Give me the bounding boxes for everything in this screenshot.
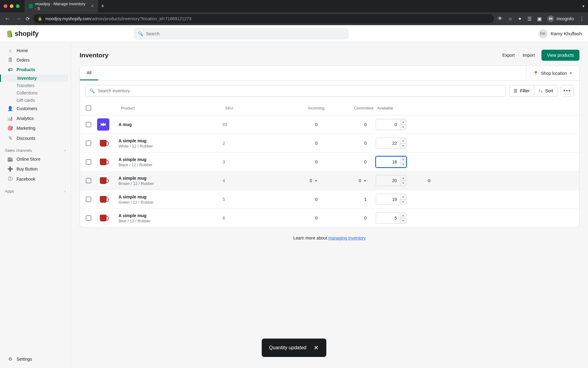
quantity-increment-button[interactable]: ▲ bbox=[400, 175, 406, 181]
more-actions-button[interactable]: ••• bbox=[561, 85, 574, 97]
window-zoom-icon[interactable] bbox=[16, 4, 20, 8]
search-inventory-input[interactable]: 🔍 Search inventory bbox=[85, 85, 506, 97]
sidebar-item-buy-button[interactable]: ➕ Buy Button bbox=[2, 164, 68, 174]
product-thumbnail bbox=[97, 174, 109, 187]
col-committed: Committed bbox=[327, 105, 376, 112]
incoming-cell: 0 bbox=[278, 159, 327, 164]
product-cell[interactable]: A simple mug Brown / 12 / Rubber bbox=[119, 176, 223, 186]
row-checkbox[interactable] bbox=[86, 215, 91, 221]
sort-button[interactable]: ↑↓ Sort bbox=[534, 85, 558, 97]
sidebar-item-online-store[interactable]: 🏬 Online Store bbox=[2, 155, 68, 164]
incoming-cell[interactable]: 0▼ bbox=[278, 178, 327, 183]
sidebar-item-home[interactable]: ⌂ Home bbox=[2, 46, 68, 55]
sidebar-item-marketing[interactable]: 🎯 Marketing bbox=[2, 124, 68, 133]
eye-off-icon[interactable]: 👁 bbox=[498, 16, 503, 21]
row-checkbox[interactable] bbox=[86, 197, 91, 202]
product-cell[interactable]: A simple mug White / 12 / Rubber bbox=[119, 138, 223, 148]
sidebar-item-gift-cards[interactable]: Gift cards bbox=[2, 97, 68, 104]
sort-icon: ↑↓ bbox=[538, 88, 543, 93]
back-button[interactable]: ← bbox=[4, 16, 11, 22]
quantity-increment-button[interactable]: ▲ bbox=[400, 194, 406, 200]
shopify-logo[interactable]: shopify bbox=[6, 30, 39, 38]
available-quantity-input[interactable]: 5 ▲ ▼ bbox=[376, 213, 406, 224]
reload-button[interactable]: ⟳ bbox=[26, 16, 30, 22]
product-cell[interactable]: A simple mug Green / 12 / Rubber bbox=[119, 194, 223, 205]
select-all-checkbox[interactable] bbox=[86, 105, 91, 111]
product-cell[interactable]: A simple mug Black / 12 / Rubber bbox=[119, 157, 223, 167]
row-checkbox[interactable] bbox=[86, 178, 91, 183]
filter-button[interactable]: ☰ Filter bbox=[509, 85, 534, 97]
quantity-decrement-button[interactable]: ▼ bbox=[400, 181, 406, 186]
settings-link[interactable]: ⚙ Settings bbox=[2, 355, 68, 364]
kebab-menu-icon[interactable]: ⋮ bbox=[579, 16, 584, 22]
brand-name: shopify bbox=[15, 30, 39, 38]
quantity-decrement-button[interactable]: ▼ bbox=[400, 200, 406, 205]
managing-inventory-link[interactable]: managing inventory bbox=[328, 236, 366, 240]
product-thumbnail bbox=[97, 156, 109, 168]
committed-cell[interactable]: 0▼ bbox=[327, 178, 376, 183]
sidebar-item-analytics[interactable]: 📊 Analytics bbox=[2, 114, 68, 123]
incoming-cell: 0 bbox=[278, 197, 327, 202]
quantity-decrement-button[interactable]: ▼ bbox=[400, 144, 406, 149]
view-products-button[interactable]: View products bbox=[541, 50, 579, 61]
toast-close-icon[interactable]: ✕ bbox=[314, 344, 319, 351]
quantity-decrement-button[interactable]: ▼ bbox=[400, 162, 406, 167]
row-checkbox[interactable] bbox=[86, 159, 91, 165]
apps-heading[interactable]: Apps › bbox=[0, 184, 71, 195]
window-minimize-icon[interactable] bbox=[10, 4, 13, 8]
incognito-badge[interactable]: 🕶 Incognito bbox=[547, 15, 574, 22]
row-checkbox[interactable] bbox=[86, 122, 91, 127]
browser-tab[interactable]: moodjoy · Manage Inventory · S × bbox=[24, 0, 98, 13]
quantity-increment-button[interactable]: ▲ bbox=[400, 157, 406, 162]
user-menu[interactable]: RK Ramy Khuffash bbox=[538, 29, 582, 38]
export-button[interactable]: Export bbox=[501, 50, 516, 60]
product-cell[interactable]: A simple mug Blue / 12 / Rubber bbox=[119, 213, 223, 223]
table-row: A mug 01 0 0 0 ▲ ▼ bbox=[80, 115, 579, 134]
tab-all[interactable]: All bbox=[80, 66, 98, 80]
bookmark-star-icon[interactable]: ☆ bbox=[508, 16, 512, 22]
import-button[interactable]: Import bbox=[522, 50, 536, 60]
available-quantity-input[interactable]: 19 ▲ ▼ bbox=[376, 194, 406, 205]
quantity-increment-button[interactable]: ▲ bbox=[400, 213, 406, 218]
committed-cell: 0 bbox=[327, 159, 376, 164]
product-thumbnail bbox=[97, 212, 109, 224]
new-tab-button[interactable]: + bbox=[101, 3, 104, 10]
reading-list-icon[interactable]: ☰ bbox=[527, 16, 532, 22]
row-checkbox[interactable] bbox=[86, 140, 91, 146]
extensions-icon[interactable]: ✦ bbox=[518, 16, 522, 22]
sidebar-item-inventory[interactable]: Inventory bbox=[0, 75, 68, 82]
location-selector[interactable]: 📍 Shop location ▼ bbox=[526, 67, 579, 80]
sidebar-item-discounts[interactable]: ％ Discounts bbox=[2, 133, 68, 143]
home-icon: ⌂ bbox=[7, 48, 13, 53]
incoming-cell: 0 bbox=[278, 216, 327, 220]
available-quantity-input[interactable]: 22 ▲ ▼ bbox=[376, 138, 406, 149]
tab-close-icon[interactable]: × bbox=[91, 3, 94, 9]
available-quantity-input[interactable]: 0 ▲ ▼ bbox=[376, 119, 406, 130]
quantity-increment-button[interactable]: ▲ bbox=[400, 138, 406, 144]
buy button-icon: ➕ bbox=[7, 166, 13, 172]
side-panel-icon[interactable]: ▣ bbox=[537, 16, 542, 22]
available-quantity-input[interactable]: 20 ▲ ▼ bbox=[376, 175, 406, 186]
sku-cell: 01 bbox=[223, 122, 278, 127]
window-close-icon[interactable] bbox=[4, 4, 7, 8]
adjust-icon[interactable]: ⚙ bbox=[427, 178, 431, 183]
sales-channels-heading[interactable]: Sales channels › bbox=[0, 144, 71, 155]
global-search-input[interactable]: 🔍 Search bbox=[134, 28, 348, 39]
product-cell[interactable]: A mug bbox=[119, 122, 223, 127]
available-quantity-input[interactable]: 18 ▲ ▼ bbox=[376, 156, 406, 167]
quantity-increment-button[interactable]: ▲ bbox=[400, 119, 406, 125]
sidebar-item-facebook[interactable]: ⓕ Facebook bbox=[2, 174, 68, 184]
sku-cell: 5 bbox=[223, 197, 278, 202]
sidebar-item-customers[interactable]: 👤 Customers bbox=[2, 104, 68, 113]
quantity-decrement-button[interactable]: ▼ bbox=[400, 218, 406, 224]
quantity-decrement-button[interactable]: ▼ bbox=[400, 125, 406, 130]
table-toolbar: 🔍 Search inventory ☰ Filter ↑↓ Sort ••• bbox=[80, 81, 579, 101]
forward-button[interactable]: → bbox=[15, 16, 22, 22]
tabs-overflow-icon[interactable]: ▾ bbox=[582, 4, 584, 8]
address-bar[interactable]: 🔒 moodjoy.myshopify.com/admin/products/i… bbox=[33, 14, 494, 23]
sidebar-item-orders[interactable]: 🗄 Orders bbox=[2, 56, 68, 64]
sidebar-item-products[interactable]: 🏷 Products bbox=[2, 65, 68, 74]
sidebar-item-transfers[interactable]: Transfers bbox=[2, 82, 68, 89]
dots-horizontal-icon: ••• bbox=[564, 88, 571, 94]
sidebar-item-collections[interactable]: Collections bbox=[2, 89, 68, 97]
